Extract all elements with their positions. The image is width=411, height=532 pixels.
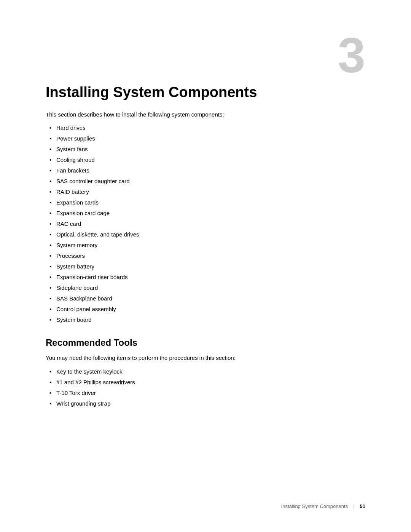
tools-intro-text: You may need the following items to perf… <box>46 354 365 363</box>
list-item: Power supplies <box>46 133 365 144</box>
list-item: Expansion-card riser boards <box>46 272 365 283</box>
list-item: Key to the system keylock <box>46 366 365 377</box>
list-item: System board <box>46 315 365 325</box>
list-item: System memory <box>46 240 365 251</box>
list-item: Processors <box>46 251 365 261</box>
footer-page-number: 51 <box>360 503 365 509</box>
list-item: T-10 Torx driver <box>46 388 365 398</box>
list-item: Expansion cards <box>46 197 365 208</box>
recommended-tools-heading: Recommended Tools <box>46 337 365 348</box>
footer-content: Installing System Components | 51 <box>281 503 365 509</box>
chapter-title: Installing System Components <box>46 84 365 101</box>
page-footer: Installing System Components | 51 <box>0 503 411 509</box>
list-item: System battery <box>46 261 365 272</box>
components-list: Hard drivesPower suppliesSystem fansCool… <box>46 123 365 325</box>
footer-separator: | <box>353 503 354 509</box>
list-item: RAID battery <box>46 187 365 197</box>
tools-list: Key to the system keylock#1 and #2 Phill… <box>46 366 365 409</box>
list-item: Hard drives <box>46 123 365 133</box>
list-item: Wrist grounding strap <box>46 398 365 409</box>
list-item: #1 and #2 Phillips screwdrivers <box>46 377 365 388</box>
list-item: Optical, diskette, and tape drives <box>46 229 365 240</box>
intro-text: This section describes how to install th… <box>46 110 365 119</box>
list-item: SAS Backplane board <box>46 293 365 304</box>
page-container: 3 Installing System Components This sect… <box>0 0 411 532</box>
list-item: Expansion card cage <box>46 208 365 219</box>
list-item: RAC card <box>46 219 365 229</box>
list-item: System fans <box>46 144 365 155</box>
list-item: Cooling shroud <box>46 155 365 165</box>
list-item: SAS controller daughter card <box>46 176 365 187</box>
list-item: Sideplane board <box>46 283 365 293</box>
list-item: Fan brackets <box>46 165 365 176</box>
chapter-number: 3 <box>338 30 365 80</box>
list-item: Control panel assembly <box>46 304 365 315</box>
footer-label: Installing System Components <box>281 503 348 509</box>
